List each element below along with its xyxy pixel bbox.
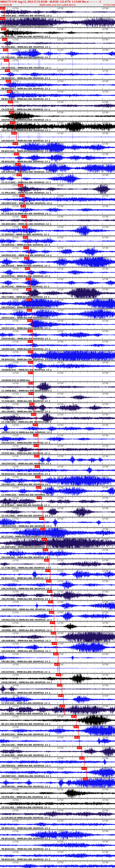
trace-row[interactable]: 17:51 17:52 17:53 xT 4 TA.H04D.BHZ.-- 99… xyxy=(0,746,115,756)
pick-flag[interactable]: xT 4 xyxy=(27,319,32,322)
trace-row[interactable]: 17:51 17:52 17:53 PB.B928.EHZ.-- 99999.0… xyxy=(0,861,115,868)
pick-flag[interactable]: xT 4 xyxy=(19,194,24,197)
pick-flag[interactable]: xT 4 xyxy=(60,705,65,707)
trace-row[interactable]: 17:51 17:52 17:53 xT 4 UW.LRIV.BHZ.-- 99… xyxy=(0,590,115,600)
pick-flag[interactable]: xT 4 xyxy=(47,590,52,593)
trace-row[interactable]: 17:51 17:52 17:53 xT 4 PB.B943.EHZ.-- 99… xyxy=(0,80,115,90)
pick-flag[interactable]: xT 4 xyxy=(28,351,33,353)
trace-row[interactable]: 17:51 17:52 17:53 xT 4 UO.HUO.EHZ.-- 999… xyxy=(0,267,115,277)
pick-flag[interactable]: xT 4 xyxy=(42,538,47,541)
trace-row[interactable]: 17:51 17:52 17:53 xT 4 UW.OSD.EHZ.-- 999… xyxy=(0,132,115,142)
pick-flag[interactable]: xT 4 xyxy=(38,507,43,509)
trace-row[interactable]: 17:51 17:52 17:53 xT 4 UW.JEDS.BHZ.-- 99… xyxy=(0,215,115,225)
trace-row[interactable]: 17:51 17:52 17:53 xT 4 UW.TWW.EHZ.-- 999… xyxy=(0,756,115,767)
trace-row[interactable]: 17:51 17:52 17:53 xT 4 UW.LKVW.EHZ.-- 99… xyxy=(0,580,115,590)
trace-row[interactable]: 17:51 17:52 17:53 CN.PFB.HHZ.-- 99999.0k… xyxy=(0,788,115,798)
trace-row[interactable]: 17:51 17:52 17:53 xT 4 CN.OZB.BHZ.-- 999… xyxy=(0,100,115,111)
pick-flag[interactable]: xT 4 xyxy=(56,674,61,676)
pick-flag[interactable]: xT 4 xyxy=(33,434,38,437)
pick-flag[interactable]: xT 4 xyxy=(27,330,32,333)
trace-row[interactable]: 17:51 17:52 17:53 xT 4 PB.B926.EHZ.-- 99… xyxy=(0,69,115,80)
pick-flag[interactable]: xT 4 xyxy=(4,59,9,62)
trace-row[interactable]: 17:51 17:52 17:53 xT 4 TA.B05D.BHZ.-- 99… xyxy=(0,684,115,694)
pick-flag[interactable]: xT 4 xyxy=(46,580,51,582)
pick-flag[interactable]: xT 4 xyxy=(5,69,10,72)
pick-flag[interactable]: xT 4 xyxy=(0,7,5,9)
trace-row[interactable]: 17:51 17:52 17:53 xT 4 UO.IRO.EHZ.-- 999… xyxy=(0,277,115,288)
pick-flag[interactable]: xT 4 xyxy=(39,517,44,520)
pick-flag[interactable]: xT 4 xyxy=(45,569,50,572)
pick-flag[interactable]: xT 4 xyxy=(79,757,84,760)
trace-row[interactable]: 17:51 17:52 17:53 xT 4 UW.FISH.HHZ.-- 99… xyxy=(0,121,115,132)
pick-flag[interactable]: xT 4 xyxy=(43,549,48,551)
trace-row[interactable]: 17:51 17:52 17:53 xT 4 UW.NN21.EHZ.01 99… xyxy=(0,423,115,434)
trace-row[interactable]: 17:51 17:52 17:53 PB.B001.EHZ.-- 99999.0… xyxy=(0,819,115,830)
trace-row[interactable]: 17:51 17:52 17:53 xT 4 CC.TCBU.BHZ.-- 99… xyxy=(0,559,115,569)
pick-flag[interactable]: xT 4 xyxy=(28,392,33,395)
trace-row[interactable]: 17:51 17:52 17:53 xT 4 UW.GLDO.EHZ.-- 99… xyxy=(0,517,115,527)
trace-row[interactable]: 17:51 17:52 17:53 xT 4 UW.AUG.EHZ.-- 999… xyxy=(0,736,115,746)
pick-flag[interactable]: xT 4 xyxy=(35,465,40,468)
pick-flag[interactable]: xT 4 xyxy=(28,361,33,364)
pick-flag[interactable]: xT 4 xyxy=(28,382,33,384)
trace-row[interactable]: 17:51 17:52 17:53 xT 4 NC.LGB.EHZ.02 999… xyxy=(0,205,115,215)
trace-row[interactable]: 17:51 17:52 17:53 xT 4 UW.GHW.EHZ.-- 999… xyxy=(0,642,115,652)
trace-row[interactable]: 17:51 17:52 17:53 xT 4 UW.BLOW.HHZ.-- 99… xyxy=(0,673,115,684)
pick-flag[interactable]: xT 4 xyxy=(23,236,28,239)
pick-flag[interactable]: xT 4 xyxy=(28,340,33,343)
trace-row[interactable]: 17:51 17:52 17:53 xT 4 PB.B032.EHZ.-- 99… xyxy=(0,152,115,163)
trace-row[interactable]: 17:51 17:52 17:53 xT 4 CC.SWF2.BHZ.-- 99… xyxy=(0,538,115,548)
pick-flag[interactable]: xT 4 xyxy=(57,684,62,687)
trace-row[interactable]: 17:51 17:52 17:53 xT 4 UW.OBC.EHZ.-- 999… xyxy=(0,652,115,663)
trace-row[interactable]: 17:51 17:52 17:53 xT 4 UW.NN32.EHZ.01 99… xyxy=(0,611,115,621)
trace-row[interactable]: 17:51 17:52 17:53 xT 4 CN.GDR.EHZ.-- 999… xyxy=(0,236,115,246)
pick-flag[interactable]: xT 4 xyxy=(77,746,82,749)
pick-flag[interactable]: xT 4 xyxy=(21,205,26,208)
trace-row[interactable]: 17:51 17:52 17:53 xT 4 UW.STAR.EHZ.-- 99… xyxy=(0,455,115,465)
trace-row[interactable]: 17:51 17:52 17:53 xT 4 UW.JORV.EHZ.-- 99… xyxy=(0,163,115,173)
trace-row[interactable]: 17:51 17:52 17:53 xT 4 PB.B031.EHZ.-- 99… xyxy=(0,142,115,152)
pick-flag[interactable]: xT 4 xyxy=(24,247,28,249)
trace-row[interactable]: 17:51 17:52 17:53 xT 4 PB.B028.EHZ.-- 99… xyxy=(0,465,115,475)
trace-row[interactable]: 17:51 17:52 17:53 xT 4 PB.B024.EHZ.-- 99… xyxy=(0,569,115,580)
pick-flag[interactable]: xT 4 xyxy=(17,174,22,176)
pick-flag[interactable]: xT 4 xyxy=(51,632,56,634)
trace-row[interactable]: 17:51 17:52 17:53 xT 4 UW.RVC.EHZ.-- 999… xyxy=(0,319,115,330)
pick-flag[interactable]: xT 4 xyxy=(13,142,18,145)
trace-row[interactable]: 17:51 17:52 17:53 PB.B030.EHZ.-- 99999.0… xyxy=(0,840,115,850)
pick-flag[interactable]: xT 4 xyxy=(54,663,60,666)
trace-row[interactable]: 17:51 17:52 17:53 IU.COR.BHZ.00 99999.0k… xyxy=(0,809,115,819)
pick-flag[interactable]: xT 4 xyxy=(35,476,40,478)
trace-row[interactable]: 17:51 17:52 17:53 xT 4 UW.SOS.EHZ.-- 999… xyxy=(0,434,115,444)
pick-flag[interactable]: xT 4 xyxy=(33,444,39,447)
trace-row[interactable]: 17:51 17:52 17:53 xT 4 UW.BEND.EHZ.-- 99… xyxy=(0,361,115,371)
trace-row[interactable]: 17:51 17:52 17:53 xT 4 UW.SHUK.BHZ.-- 99… xyxy=(0,7,115,17)
trace-row[interactable]: 17:51 17:52 17:53 xT 4 UW.KMO.EHZ.-- 999… xyxy=(0,475,115,486)
trace-row[interactable]: 17:51 17:52 17:53 xT 4 UW.RRHS.EHZ.-- 99… xyxy=(0,246,115,256)
pick-flag[interactable]: xT 4 xyxy=(1,28,6,30)
trace-row[interactable]: 17:51 17:52 17:53 xT 4 UO.FRIS.EHZ.-- 99… xyxy=(0,48,115,59)
trace-row[interactable]: 17:51 17:52 17:53 xT 4 NC.KMR.HHZ.-- 999… xyxy=(0,27,115,38)
pick-flag[interactable]: xT 4 xyxy=(82,767,87,770)
pick-flag[interactable]: xT 4 xyxy=(26,288,31,291)
pick-flag[interactable]: xT 4 xyxy=(44,559,49,562)
pick-flag[interactable]: xT 4 xyxy=(53,653,58,655)
trace-row[interactable]: 17:51 17:52 17:53 xT 4 UW.FORK.BHZ.-- 99… xyxy=(0,17,115,27)
trace-row[interactable]: 17:51 17:52 17:53 xT 4 UW.RCS.EHZ.-- 999… xyxy=(0,309,115,319)
pick-flag[interactable]: xT 4 xyxy=(28,372,33,374)
trace-row[interactable]: 17:51 17:52 17:53 xT 4 UW.OTR.EHZ.-- 999… xyxy=(0,298,115,309)
trace-row[interactable]: 17:51 17:52 17:53 xT 4 CN.PHC.BHZ.-- 999… xyxy=(0,444,115,455)
trace-row[interactable]: 17:51 17:52 17:53 xT 4 UW.MORO.EHZ.-- 99… xyxy=(0,600,115,611)
trace-row[interactable]: 17:51 17:52 17:53 xT 4 CC.VALT.BHZ.-- 99… xyxy=(0,506,115,517)
trace-row[interactable]: 17:51 17:52 17:53 xT 4 UW.LTY.BHZ.-- 999… xyxy=(0,288,115,298)
trace-row[interactable]: 17:51 17:52 17:53 xT 4 UW.PHIN.HHZ.-- 99… xyxy=(0,111,115,121)
pick-flag[interactable]: xT 4 xyxy=(14,153,19,155)
trace-row[interactable]: 17:51 17:52 17:53 xT 4 UW.JUN.EHZ.-- 999… xyxy=(0,256,115,267)
pick-flag[interactable]: xT 4 xyxy=(37,496,42,499)
pick-flag[interactable]: xT 4 xyxy=(0,18,5,20)
pick-flag[interactable]: xT 4 xyxy=(40,528,45,530)
trace-row[interactable]: 17:51 17:52 17:53 xT 4 TA.F05D.BHZ.-- 99… xyxy=(0,392,115,402)
pick-flag[interactable]: xT 4 xyxy=(25,267,30,270)
pick-flag[interactable]: xT 4 xyxy=(18,184,23,187)
pick-flag[interactable]: xT 4 xyxy=(6,80,11,83)
